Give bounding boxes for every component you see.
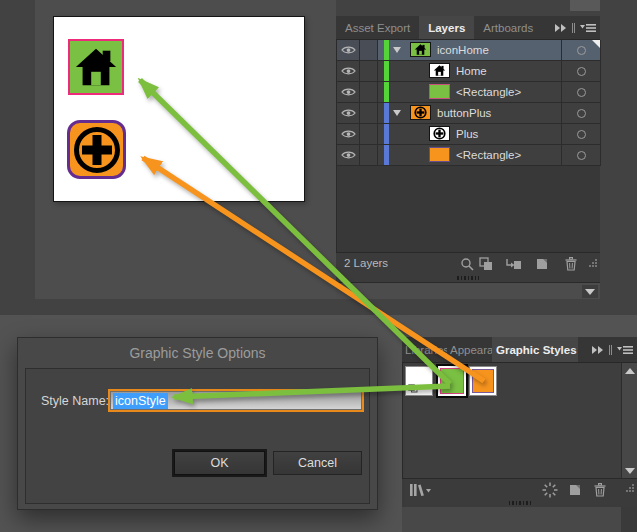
graphic-styles-list	[402, 363, 621, 478]
layer-name[interactable]: buttonPlus	[437, 103, 491, 123]
next-panel-scroll-edge	[621, 507, 637, 532]
collapse-panel-icon[interactable]	[591, 345, 604, 355]
iconstyle-preview	[440, 368, 464, 394]
target-column[interactable]	[561, 61, 601, 81]
target-circle-icon[interactable]	[577, 109, 586, 118]
graphic-styles-tabbar: Libraries Appearance Graphic Styles	[402, 337, 637, 363]
home-glyph	[73, 44, 119, 90]
collapse-panel-icon[interactable]	[554, 23, 567, 33]
visibility-eye-icon[interactable]	[337, 61, 360, 81]
panel-resize-grip[interactable]	[625, 479, 635, 497]
target-circle-icon[interactable]	[577, 151, 586, 160]
layers-panel-statusbar: 2 Layers	[336, 252, 600, 274]
tab-asset-export[interactable]: Asset Export	[336, 16, 419, 39]
swatch-default-style[interactable]	[405, 366, 433, 396]
layer-row-rectangle-green[interactable]: <Rectangle>	[337, 82, 601, 103]
layers-panel-tabbar: Asset Export Layers Artboards	[336, 16, 600, 40]
layer-row-home[interactable]: Home	[337, 61, 601, 82]
layer-row-buttonplus[interactable]: buttonPlus	[337, 103, 601, 124]
layer-thumbnail[interactable]	[429, 63, 450, 78]
visibility-eye-icon[interactable]	[337, 40, 360, 60]
layer-name[interactable]: <Rectangle>	[456, 82, 521, 102]
target-column[interactable]	[561, 82, 601, 102]
new-layer-icon[interactable]	[533, 256, 550, 272]
tab-layers[interactable]: Layers	[419, 16, 474, 39]
lock-toggle[interactable]	[360, 82, 378, 102]
scroll-down-icon	[585, 289, 595, 295]
layer-name[interactable]: Home	[456, 61, 487, 81]
next-panel-edge	[402, 507, 637, 532]
layer-color-bar	[384, 103, 389, 123]
swatch-orange-style[interactable]	[469, 366, 497, 396]
layer-row-plus[interactable]: Plus	[337, 124, 601, 145]
target-column[interactable]	[561, 103, 601, 123]
target-circle-icon[interactable]	[577, 130, 586, 139]
target-column[interactable]	[561, 145, 601, 165]
target-circle-icon[interactable]	[577, 67, 586, 76]
visibility-eye-icon[interactable]	[337, 82, 360, 102]
panel-resize-grip[interactable]	[588, 254, 598, 272]
visibility-eye-icon[interactable]	[337, 103, 360, 123]
new-sublayer-icon[interactable]	[505, 256, 522, 272]
lock-toggle[interactable]	[360, 103, 378, 123]
lock-toggle[interactable]	[360, 124, 378, 144]
graphic-style-options-dialog: Graphic Style Options Style Name: iconSt…	[17, 337, 378, 510]
dialog-title: Graphic Style Options	[18, 345, 377, 361]
plus-icon-artwork[interactable]	[67, 120, 126, 179]
make-clipping-mask-icon[interactable]	[477, 256, 494, 272]
scroll-up-button[interactable]	[624, 364, 636, 377]
tab-appearance[interactable]: Appearance	[447, 337, 492, 362]
target-circle-icon[interactable]	[577, 46, 586, 55]
visibility-eye-icon[interactable]	[337, 124, 360, 144]
style-name-selected-text: iconStyle	[113, 393, 168, 409]
layer-thumbnail[interactable]	[429, 147, 450, 162]
dock-drag-handle[interactable]	[402, 499, 637, 507]
target-circle-icon[interactable]	[577, 88, 586, 97]
tab-graphic-styles[interactable]: Graphic Styles	[492, 337, 578, 362]
lock-toggle[interactable]	[360, 61, 378, 81]
home-icon-artwork[interactable]	[68, 39, 124, 95]
target-column[interactable]	[561, 124, 601, 144]
delete-selection-icon[interactable]	[562, 256, 579, 272]
target-column[interactable]	[561, 40, 601, 60]
expand-triangle-icon[interactable]	[393, 110, 401, 116]
selection-corner-indicator	[592, 40, 600, 48]
layer-thumbnail[interactable]	[429, 126, 450, 141]
lock-toggle[interactable]	[360, 40, 378, 60]
style-name-label: Style Name:	[41, 394, 109, 408]
layer-color-bar	[384, 124, 389, 144]
layer-name[interactable]: <Rectangle>	[456, 145, 521, 165]
locate-object-icon[interactable]	[458, 256, 475, 272]
layer-count: 2 Layers	[344, 257, 388, 269]
layer-color-bar	[384, 61, 389, 81]
layer-thumbnail[interactable]	[429, 84, 450, 99]
layer-name[interactable]: Plus	[456, 124, 478, 144]
delete-graphic-style-icon[interactable]	[591, 482, 608, 498]
artboard	[53, 16, 305, 202]
panel-menu-icon[interactable]	[580, 23, 596, 33]
style-name-input[interactable]: iconStyle	[108, 389, 364, 412]
break-link-icon[interactable]	[541, 482, 558, 498]
layer-thumbnail[interactable]	[410, 42, 431, 57]
cancel-button[interactable]: Cancel	[273, 451, 362, 475]
scroll-down-button[interactable]	[582, 285, 598, 298]
dock-drag-handle[interactable]	[336, 274, 600, 282]
lock-toggle[interactable]	[360, 145, 378, 165]
panel-menu-icon[interactable]	[617, 345, 633, 355]
layer-thumbnail[interactable]	[410, 105, 431, 120]
layer-name[interactable]: iconHome	[437, 40, 489, 60]
expand-triangle-icon[interactable]	[393, 47, 401, 53]
layer-row-iconhome[interactable]: iconHome	[337, 40, 601, 61]
layer-color-bar	[384, 82, 389, 102]
style-libraries-menu-icon[interactable]	[408, 482, 434, 498]
document-canvas	[35, 0, 336, 299]
layer-row-rectangle-orange[interactable]: <Rectangle>	[337, 145, 601, 166]
ok-button[interactable]: OK	[174, 451, 265, 475]
new-graphic-style-icon[interactable]	[566, 482, 583, 498]
graphic-styles-scrollbar[interactable]	[621, 363, 637, 478]
tab-artboards[interactable]: Artboards	[474, 16, 542, 39]
scroll-down-button[interactable]	[624, 464, 636, 477]
swatch-iconstyle-selected[interactable]	[436, 364, 468, 398]
tab-libraries[interactable]: Libraries	[402, 337, 447, 362]
visibility-eye-icon[interactable]	[337, 145, 360, 165]
